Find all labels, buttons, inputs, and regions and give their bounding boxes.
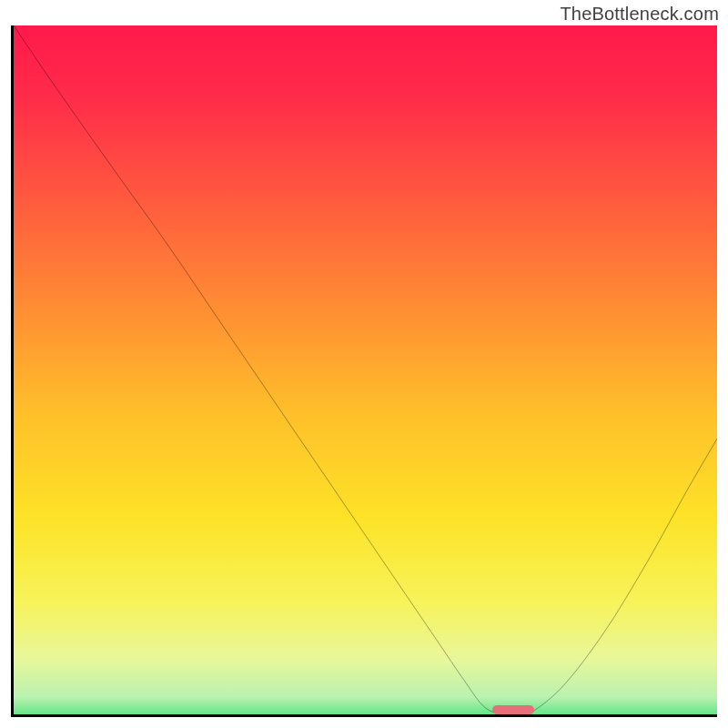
- chart-frame: TheBottleneck.com: [0, 0, 728, 728]
- optimal-marker: [492, 705, 534, 714]
- bottleneck-curve: [14, 25, 717, 714]
- watermark-label: TheBottleneck.com: [560, 4, 719, 25]
- plot-area: [11, 25, 717, 717]
